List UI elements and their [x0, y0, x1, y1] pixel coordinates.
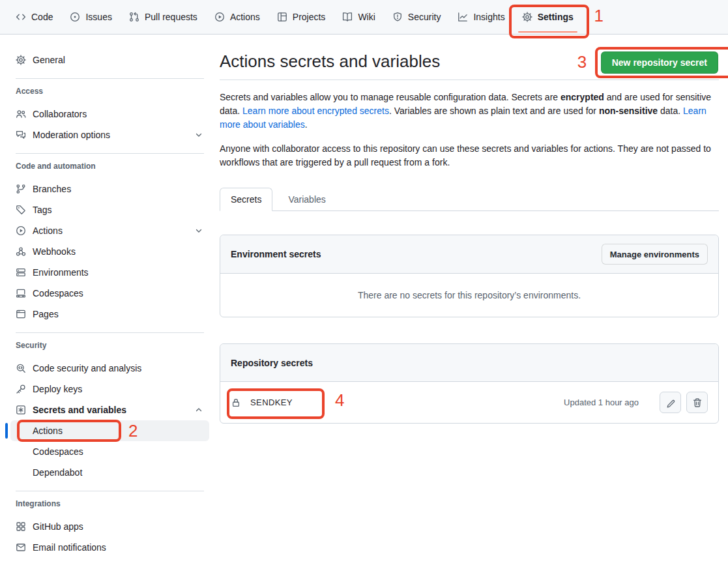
- sidebar-item-label: Tags: [33, 205, 52, 215]
- tab-label: Pull requests: [145, 12, 197, 22]
- repository-secrets-title: Repository secrets: [231, 358, 313, 368]
- tab-label: Actions: [230, 12, 260, 22]
- chevron-down-icon: [194, 225, 204, 236]
- environment-secrets-header: Environment secrets Manage environments: [220, 235, 718, 274]
- sidebar-section-header: Integrations: [10, 499, 209, 508]
- sidebar-item-github-apps[interactable]: GitHub apps: [10, 516, 209, 537]
- sidebar-item-code-security[interactable]: Code security and analysis: [10, 358, 209, 379]
- sidebar-item-environments[interactable]: Environments: [10, 262, 209, 283]
- sidebar-item-collaborators[interactable]: Collaborators: [10, 104, 209, 124]
- secrets-variables-tabnav: Secrets Variables: [220, 188, 719, 211]
- intro-paragraph: Secrets and variables allow you to manag…: [220, 91, 719, 132]
- intro-text: data.: [658, 106, 683, 116]
- people-icon: [16, 109, 26, 119]
- play-icon: [16, 225, 26, 236]
- sidebar-item-label: Codespaces: [33, 288, 83, 298]
- tab-label: Issues: [85, 12, 111, 22]
- new-repository-secret-button[interactable]: New repository secret: [601, 51, 718, 74]
- sidebar-item-pages[interactable]: Pages: [10, 304, 209, 325]
- tab-actions[interactable]: Actions: [209, 6, 265, 28]
- tab-variables[interactable]: Variables: [278, 188, 336, 210]
- sidebar-item-moderation-options[interactable]: Moderation options: [10, 124, 209, 145]
- codescan-icon: [16, 363, 26, 373]
- intro-text: .: [305, 119, 308, 130]
- chevron-down-icon: [194, 130, 204, 140]
- graph-icon: [458, 12, 468, 22]
- sidebar-divider: [16, 78, 204, 79]
- sidebar-item-label: General: [33, 55, 65, 65]
- collaborator-paragraph: Anyone with collaborator access to this …: [220, 142, 719, 169]
- sidebar-section-header: Security: [10, 341, 209, 350]
- tab-insights[interactable]: Insights: [452, 6, 510, 28]
- browser-icon: [16, 309, 26, 319]
- repo-tab-nav: Code Issues Pull requests Actions Projec…: [0, 0, 728, 35]
- sidebar-subitem-dependabot[interactable]: Dependabot: [10, 462, 209, 483]
- tab-secrets[interactable]: Secrets: [220, 188, 272, 211]
- sidebar-item-general[interactable]: General: [10, 50, 209, 70]
- delete-secret-button[interactable]: [686, 392, 708, 413]
- pencil-icon: [665, 398, 676, 408]
- sidebar-item-codespaces[interactable]: Codespaces: [10, 283, 209, 304]
- sidebar-item-actions[interactable]: Actions: [10, 220, 209, 241]
- asterisk-box-icon: [16, 405, 26, 415]
- sidebar-item-label: Email notifications: [33, 542, 106, 553]
- repository-secrets-header: Repository secrets: [220, 344, 718, 382]
- tab-label: Security: [408, 12, 441, 22]
- intro-text: Secrets and variables allow you to manag…: [220, 92, 561, 102]
- tab-settings[interactable]: Settings 1: [517, 6, 579, 28]
- repository-secrets-box: Repository secrets SENDKEY 4 Updated 1 h…: [220, 343, 719, 424]
- sidebar-section-header: Code and automation: [10, 162, 209, 171]
- sidebar-item-email-notifications[interactable]: Email notifications: [10, 537, 209, 558]
- apps-icon: [16, 521, 26, 532]
- tab-projects[interactable]: Projects: [272, 6, 331, 28]
- tab-label: Wiki: [358, 12, 375, 22]
- sidebar-item-deploy-keys[interactable]: Deploy keys: [10, 379, 209, 399]
- edit-secret-button[interactable]: [660, 392, 681, 413]
- tab-security[interactable]: Security: [387, 6, 446, 28]
- comment-discussion-icon: [16, 130, 26, 140]
- sidebar-item-webhooks[interactable]: Webhooks: [10, 241, 209, 262]
- environment-secrets-empty-text: There are no secrets for this repository…: [220, 274, 718, 317]
- tab-issues[interactable]: Issues: [65, 6, 117, 28]
- tab-label: Projects: [293, 12, 326, 22]
- sidebar-item-secrets-and-variables[interactable]: Secrets and variables: [10, 399, 209, 420]
- sidebar-item-label: Pages: [33, 309, 59, 319]
- sidebar-subitem-actions-selected[interactable]: Actions 2: [10, 420, 209, 441]
- gear-icon: [16, 55, 26, 65]
- git-pull-request-icon: [129, 12, 139, 22]
- server-icon: [16, 267, 26, 278]
- tab-wiki[interactable]: Wiki: [337, 6, 380, 28]
- play-icon: [214, 12, 225, 22]
- webhook-icon: [16, 246, 26, 257]
- intro-text: . Variables are shown as plain text and …: [389, 106, 599, 116]
- sidebar-item-branches[interactable]: Branches: [10, 179, 209, 199]
- main-content: Actions secrets and variables New reposi…: [220, 35, 719, 424]
- annotation-number-4: 4: [335, 392, 344, 409]
- manage-environments-button[interactable]: Manage environments: [602, 244, 708, 265]
- sidebar-item-label: Secrets and variables: [33, 405, 126, 415]
- sidebar-subitem-codespaces[interactable]: Codespaces: [10, 441, 209, 462]
- git-branch-icon: [16, 184, 26, 194]
- sidebar-divider: [16, 491, 204, 491]
- sidebar-divider: [16, 153, 204, 154]
- sidebar-item-label: Webhooks: [33, 246, 76, 257]
- tab-label: Settings: [538, 12, 574, 22]
- sidebar-item-label: Dependabot: [33, 467, 82, 478]
- secret-name: SENDKEY: [250, 398, 293, 407]
- environment-secrets-title: Environment secrets: [231, 249, 321, 259]
- tab-label: Code: [31, 12, 53, 22]
- annotation-number-2: 2: [128, 422, 138, 439]
- chevron-up-icon: [194, 405, 204, 415]
- sidebar-item-label: Code security and analysis: [33, 363, 141, 373]
- sidebar-item-tags[interactable]: Tags: [10, 199, 209, 220]
- sidebar-section-header: Access: [10, 87, 209, 96]
- intro-bold-encrypted: encrypted: [561, 92, 604, 102]
- secret-row: SENDKEY 4 Updated 1 hour ago: [220, 382, 718, 423]
- learn-more-encrypted-secrets-link[interactable]: Learn more about encrypted secrets: [242, 106, 389, 116]
- key-icon: [16, 384, 26, 394]
- tab-code[interactable]: Code: [10, 6, 58, 28]
- sidebar-item-label: GitHub apps: [33, 521, 83, 532]
- tab-pull-requests[interactable]: Pull requests: [124, 6, 203, 28]
- sidebar-item-label: Deploy keys: [33, 384, 82, 394]
- active-tab-underline: [518, 31, 577, 33]
